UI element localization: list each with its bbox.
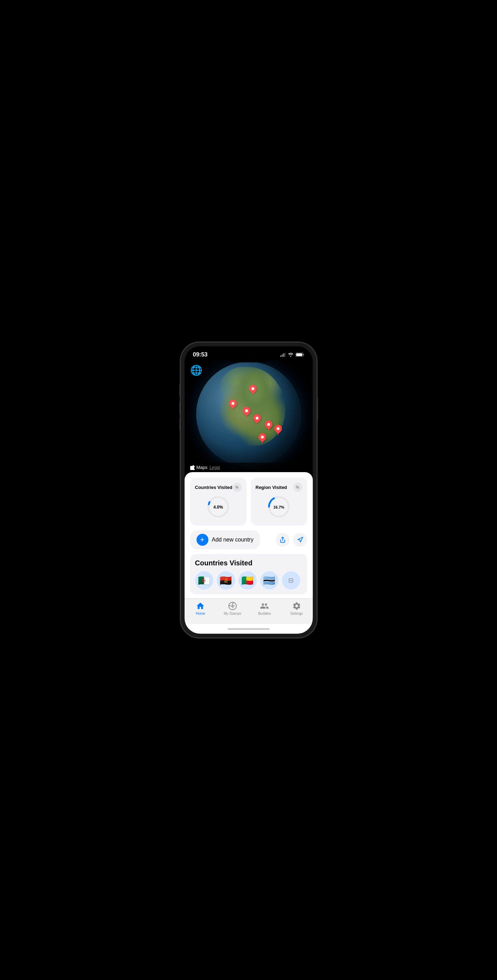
- location-button[interactable]: [293, 533, 307, 547]
- region-visited-title: Region Visited: [256, 485, 287, 490]
- countries-donut-value: 4.0%: [213, 505, 223, 510]
- countries-visited-title: Countries Visited: [195, 485, 233, 490]
- svg-rect-0: [280, 355, 281, 357]
- region-percent-badge: %: [293, 483, 302, 492]
- home-icon: [196, 601, 205, 611]
- countries-section: Countries Visited 🇩🇿 🇦🇴 🇧🇯 🇧🇼 ⊟ 🇧🇫 🇧🇮: [190, 554, 307, 595]
- flag-angola[interactable]: 🇦🇴: [217, 571, 235, 590]
- flag-botswana[interactable]: 🇧🇼: [260, 571, 278, 590]
- region-donut-chart: 16.7%: [267, 495, 291, 519]
- countries-chart: 4.0%: [195, 495, 242, 519]
- flag-algeria[interactable]: 🇩🇿: [195, 571, 213, 590]
- region-visited-card[interactable]: Region Visited % 16.7%: [251, 478, 307, 525]
- tab-stamps-label: My Stamps: [224, 612, 241, 616]
- share-button[interactable]: [276, 533, 290, 547]
- apple-maps-logo: Maps: [190, 465, 208, 470]
- svg-marker-11: [298, 537, 303, 542]
- tab-settings[interactable]: Settings: [281, 601, 313, 616]
- stamps-icon: [228, 601, 237, 611]
- flag-row: 🇩🇿 🇦🇴 🇧🇯 🇧🇼 ⊟ 🇧🇫 🇧🇮: [195, 571, 302, 590]
- status-time: 09:53: [193, 351, 208, 358]
- region-chart: 16.7%: [256, 495, 302, 519]
- dynamic-island: [228, 350, 270, 363]
- tab-home-label: Home: [196, 612, 205, 616]
- svg-rect-3: [285, 353, 286, 357]
- buddies-icon: [260, 601, 269, 611]
- maps-attribution: Maps Legal: [184, 463, 313, 472]
- map-pin-6: [274, 425, 282, 435]
- location-icon: [297, 537, 303, 543]
- map-pin-4: [253, 414, 261, 425]
- countries-visited-heading: Countries Visited: [195, 559, 302, 567]
- map-area[interactable]: 🌐: [184, 360, 313, 472]
- countries-visited-card[interactable]: Countries Visited % 4.0%: [190, 478, 246, 525]
- phone-screen: 09:53: [184, 346, 313, 634]
- add-country-row: + Add new country: [190, 530, 307, 549]
- svg-rect-1: [282, 354, 283, 357]
- countries-percent-badge: %: [233, 483, 242, 492]
- tab-settings-label: Settings: [291, 612, 303, 616]
- home-indicator: [228, 628, 270, 630]
- wifi-icon: [288, 353, 294, 357]
- tab-my-stamps[interactable]: My Stamps: [216, 601, 249, 616]
- tab-buddies-label: Buddies: [258, 612, 271, 616]
- add-new-country-button[interactable]: + Add new country: [190, 530, 260, 549]
- map-pin-1: [249, 385, 257, 395]
- region-donut-value: 16.7%: [273, 505, 284, 509]
- map-pin-5: [265, 421, 273, 431]
- globe-icon-button[interactable]: 🌐: [190, 364, 202, 376]
- action-buttons: [276, 533, 307, 547]
- svg-rect-2: [283, 353, 284, 357]
- globe-container: [196, 362, 301, 467]
- flag-unknown[interactable]: ⊟: [282, 571, 300, 590]
- settings-icon: [292, 601, 301, 611]
- globe: [196, 362, 301, 467]
- battery-icon: [295, 353, 304, 357]
- flag-benin[interactable]: 🇧🇯: [238, 571, 257, 590]
- status-icons: [280, 353, 304, 357]
- svg-rect-5: [296, 353, 302, 356]
- phone-frame: 09:53: [180, 342, 317, 638]
- countries-donut-chart: 4.0%: [206, 495, 230, 519]
- add-country-label: Add new country: [212, 537, 254, 543]
- map-pin-3: [243, 407, 251, 417]
- add-plus-icon: +: [197, 534, 208, 546]
- tab-bar: Home My Stamps Buddies Se: [184, 598, 313, 624]
- maps-legal[interactable]: Legal: [210, 465, 220, 470]
- home-bar: [184, 624, 313, 634]
- tab-buddies[interactable]: Buddies: [249, 601, 281, 616]
- bottom-panel: Countries Visited % 4.0% Region Vi: [184, 472, 313, 598]
- apple-icon: [190, 465, 195, 470]
- map-pin-7: [259, 433, 266, 444]
- share-icon: [279, 537, 286, 543]
- map-pin-2: [229, 399, 237, 410]
- tab-home[interactable]: Home: [184, 601, 217, 616]
- signal-icon: [280, 353, 286, 357]
- stats-row: Countries Visited % 4.0% Region Vi: [190, 478, 307, 525]
